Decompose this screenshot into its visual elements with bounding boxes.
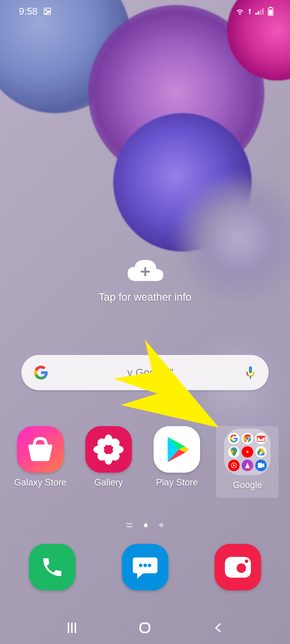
battery-icon	[268, 7, 274, 16]
signal-up-icon	[248, 8, 251, 15]
svg-point-1	[46, 10, 47, 11]
navigation-bar	[0, 611, 290, 644]
app-label: Play Store	[156, 477, 198, 488]
messages-app[interactable]	[122, 544, 168, 590]
cellular-signal-icon	[255, 8, 264, 15]
mini-duo-icon	[255, 460, 267, 471]
app-label: Galaxy Store	[14, 477, 66, 488]
svg-point-49	[148, 564, 151, 567]
wifi-icon	[235, 8, 244, 15]
google-g-icon	[33, 365, 49, 380]
svg-point-31	[98, 439, 106, 448]
svg-rect-9	[269, 10, 272, 15]
mini-youtube-icon	[242, 446, 253, 458]
search-placeholder-text: y Google"	[56, 367, 244, 379]
homescreen-app-row: Galaxy Store	[11, 426, 279, 498]
mini-google-icon	[228, 433, 240, 444]
svg-marker-41	[247, 451, 249, 453]
app-label: Gallery	[94, 477, 123, 488]
svg-point-2	[239, 13, 240, 15]
phone-app[interactable]	[29, 544, 76, 590]
svg-point-48	[143, 564, 147, 567]
mini-drive-icon	[255, 446, 267, 458]
svg-rect-5	[260, 10, 262, 15]
apps-panel-indicator	[126, 523, 132, 527]
svg-marker-44	[245, 463, 250, 468]
svg-rect-13	[249, 370, 252, 373]
google-folder[interactable]: Google	[216, 426, 279, 498]
svg-point-47	[139, 564, 142, 567]
galaxy-store-icon	[17, 426, 64, 473]
phone-icon	[40, 555, 64, 579]
svg-marker-46	[262, 463, 264, 468]
home-page-indicator	[143, 522, 149, 528]
folder-label: Google	[233, 480, 262, 490]
play-store-app[interactable]: Play Store	[148, 426, 206, 498]
gallery-app[interactable]: Gallery	[80, 426, 137, 498]
recents-button[interactable]	[63, 619, 81, 636]
svg-point-52	[245, 559, 248, 563]
status-bar: 9:58	[0, 0, 290, 23]
svg-point-33	[98, 452, 106, 460]
svg-marker-43	[233, 464, 235, 467]
back-button[interactable]	[209, 619, 227, 636]
camera-icon	[224, 556, 252, 579]
image-icon	[43, 7, 52, 16]
mini-chrome-icon	[242, 433, 253, 444]
mini-gmail-icon	[255, 433, 267, 444]
camera-app[interactable]	[214, 544, 261, 590]
weather-widget[interactable]: Tap for weather info	[0, 258, 290, 303]
mini-yt-music-icon	[228, 460, 240, 471]
cloud-plus-icon	[126, 258, 165, 280]
home-button[interactable]	[136, 619, 154, 636]
svg-rect-56	[140, 623, 150, 632]
svg-point-35	[104, 445, 113, 454]
svg-point-32	[111, 439, 119, 448]
dock	[29, 544, 261, 590]
play-store-icon	[154, 426, 200, 473]
gallery-icon	[85, 426, 132, 473]
mini-podcasts-icon	[242, 460, 253, 471]
page-dot	[159, 523, 164, 527]
svg-point-51	[236, 563, 246, 573]
mic-icon[interactable]	[244, 366, 257, 380]
weather-label: Tap for weather info	[99, 291, 192, 303]
svg-rect-4	[258, 11, 259, 15]
google-folder-icon	[224, 429, 271, 475]
messages-icon	[132, 555, 158, 579]
google-search-bar[interactable]: y Google"	[21, 355, 269, 390]
page-indicator[interactable]	[0, 522, 290, 528]
svg-rect-6	[262, 8, 264, 15]
mini-maps-icon	[228, 446, 240, 458]
svg-rect-3	[256, 13, 257, 15]
status-time: 9:58	[19, 6, 38, 17]
svg-point-34	[111, 452, 119, 460]
svg-rect-45	[258, 463, 262, 468]
galaxy-store-app[interactable]: Galaxy Store	[11, 426, 69, 498]
